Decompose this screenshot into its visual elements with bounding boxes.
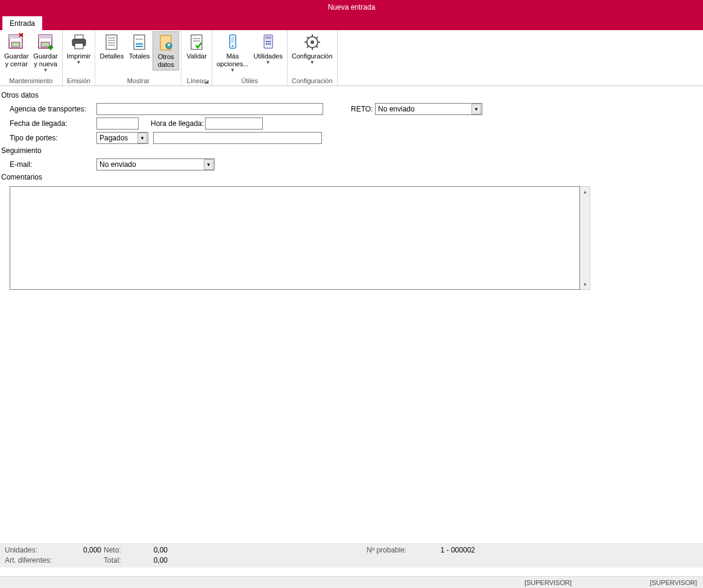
ribbon-group-label-configuracion: Configuración xyxy=(289,76,335,86)
chevron-down-icon[interactable]: ▼ xyxy=(471,104,481,114)
nprobable-label: Nº probable: xyxy=(367,546,427,554)
chevron-down-icon: ▼ xyxy=(43,68,48,73)
configuracion-button[interactable]: Configuración ▼ xyxy=(289,31,335,66)
ribbon-group-mantenimiento: Guardar y cerrar Guardar y nueva ▼ Mante… xyxy=(0,30,63,86)
svg-point-20 xyxy=(168,43,170,46)
chevron-down-icon[interactable]: ▼ xyxy=(204,159,213,170)
svg-rect-28 xyxy=(265,36,271,39)
email-value: No enviado xyxy=(99,160,204,169)
document-totals-icon xyxy=(130,33,149,52)
ribbon-group-lineas: Validar Líneas ◢ xyxy=(181,30,212,86)
svg-rect-5 xyxy=(41,42,49,47)
reto-value: No enviado xyxy=(378,105,471,113)
tipo-portes-extra-input[interactable] xyxy=(153,132,322,144)
status-bar-summary: Unidades:0,000 Neto:0,00 Nº probable:1 -… xyxy=(0,543,703,568)
svg-point-29 xyxy=(265,41,266,42)
svg-rect-9 xyxy=(106,35,117,49)
svg-point-26 xyxy=(232,45,233,47)
svg-line-43 xyxy=(307,46,309,48)
ribbon: Guardar y cerrar Guardar y nueva ▼ Mante… xyxy=(0,30,703,86)
totales-label: Totales xyxy=(129,52,150,60)
detalles-button[interactable]: Detalles xyxy=(97,31,126,61)
otros-datos-button[interactable]: Otros datos xyxy=(153,31,179,70)
dialog-launcher-icon[interactable]: ◢ xyxy=(204,78,209,84)
unidades-value: 0,000 xyxy=(77,546,101,554)
svg-line-41 xyxy=(307,37,309,39)
total-value: 0,00 xyxy=(131,556,168,565)
tipo-portes-combo[interactable]: Pagados ▼ xyxy=(96,132,148,144)
neto-value: 0,00 xyxy=(131,546,168,554)
document-lines-icon xyxy=(102,33,121,52)
reto-combo[interactable]: No enviado ▼ xyxy=(375,103,482,115)
totales-button[interactable]: Totales xyxy=(126,31,153,61)
window-title: Nueva entrada xyxy=(0,0,703,14)
mas-opciones-label: Más opciones... xyxy=(216,52,248,68)
comentarios-input[interactable] xyxy=(10,186,580,290)
status-user-2: [SUPERVISOR] xyxy=(650,579,697,586)
calculator-icon xyxy=(259,33,278,52)
svg-point-36 xyxy=(311,40,314,44)
imprimir-button[interactable]: Imprimir ▼ xyxy=(65,31,93,66)
chevron-down-icon: ▼ xyxy=(310,60,315,65)
status-user-1: [SUPERVISOR] xyxy=(525,579,572,586)
svg-rect-8 xyxy=(75,43,83,49)
utilidades-button[interactable]: Utilidades ▼ xyxy=(251,31,285,66)
svg-point-32 xyxy=(265,43,266,45)
otros-datos-label: Otros datos xyxy=(158,53,174,69)
svg-rect-25 xyxy=(231,37,235,43)
gear-icon xyxy=(303,33,322,52)
guardar-cerrar-label: Guardar y cerrar xyxy=(4,52,28,68)
ribbon-group-label-mantenimiento: Mantenimiento xyxy=(2,76,60,86)
chevron-down-icon[interactable]: ▼ xyxy=(137,133,147,143)
ribbon-group-utiles: Más opciones... ▼ Utilidades ▼ Útiles xyxy=(212,30,288,86)
document-check-icon xyxy=(187,33,206,52)
hora-input[interactable] xyxy=(205,117,263,130)
chevron-down-icon: ▼ xyxy=(230,68,235,73)
fecha-label: Fecha de llegada: xyxy=(10,119,96,128)
guardar-nueva-label: Guardar y nueva xyxy=(33,52,57,68)
printer-icon xyxy=(69,33,89,52)
svg-rect-4 xyxy=(39,35,52,39)
ribbon-group-label-mostrar: Mostrar xyxy=(97,76,179,86)
svg-line-42 xyxy=(316,46,318,48)
status-bar-user: [SUPERVISOR] [SUPERVISOR] xyxy=(0,576,703,588)
guardar-cerrar-button[interactable]: Guardar y cerrar xyxy=(2,31,31,69)
svg-point-30 xyxy=(267,41,268,42)
email-label: E-mail: xyxy=(10,160,96,169)
art-diferentes-value xyxy=(77,556,101,565)
neto-label: Neto: xyxy=(101,546,131,554)
email-combo[interactable]: No enviado ▼ xyxy=(96,158,215,170)
svg-rect-6 xyxy=(75,35,83,39)
ribbon-group-mostrar: Detalles Totales Otros datos Mostrar xyxy=(95,30,181,86)
scroll-down-icon[interactable]: ▾ xyxy=(580,280,590,289)
tab-entrada[interactable]: Entrada xyxy=(2,16,42,30)
unidades-label: Unidades: xyxy=(5,546,77,554)
section-seguimiento: Seguimiento xyxy=(0,145,703,157)
scrollbar-vertical[interactable]: ▴ ▾ xyxy=(580,186,590,290)
art-diferentes-label: Art. diferentes: xyxy=(5,556,77,565)
scroll-up-icon[interactable]: ▴ xyxy=(580,187,590,196)
tipo-portes-value: Pagados xyxy=(99,134,137,142)
total-label: Total: xyxy=(101,556,131,565)
ribbon-group-label-utiles: Útiles xyxy=(214,76,285,86)
chevron-down-icon: ▼ xyxy=(266,60,271,65)
hora-label: Hora de llegada: xyxy=(139,119,205,128)
svg-point-31 xyxy=(269,41,270,42)
validar-button[interactable]: Validar xyxy=(183,31,210,61)
form-area: Otros datos Agencia de transportes: RETO… xyxy=(0,86,703,290)
validar-label: Validar xyxy=(186,52,206,60)
nprobable-value: 1 - 000002 xyxy=(427,546,475,554)
guardar-nueva-button[interactable]: Guardar y nueva ▼ xyxy=(31,31,60,74)
detalles-label: Detalles xyxy=(99,52,124,60)
section-otros-datos: Otros datos xyxy=(0,90,703,102)
section-comentarios: Comentarios xyxy=(0,172,703,184)
svg-line-44 xyxy=(316,37,318,39)
agencia-input[interactable] xyxy=(96,103,323,115)
ribbon-group-configuracion: Configuración ▼ Configuración xyxy=(288,30,338,86)
save-close-icon xyxy=(7,33,26,52)
fecha-input[interactable] xyxy=(96,117,139,130)
mas-opciones-button[interactable]: Más opciones... ▼ xyxy=(214,31,251,74)
svg-rect-2 xyxy=(11,42,20,47)
ribbon-group-label-lineas: Líneas ◢ xyxy=(183,76,210,86)
reto-label: RETO: xyxy=(351,105,375,113)
